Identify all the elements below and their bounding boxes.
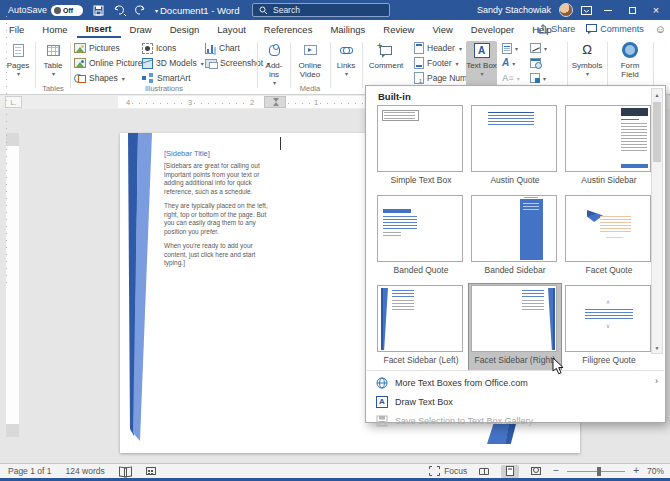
symbols-button[interactable]: Ω Symbols▾ [571, 41, 603, 79]
comment-icon [380, 46, 392, 55]
submenu-chevron-icon: › [655, 376, 658, 386]
word-count[interactable]: 124 words [65, 466, 104, 476]
footer-button[interactable]: Footer▾ [414, 56, 459, 70]
pages-button[interactable]: Pages▾ [4, 41, 32, 79]
tab-layout[interactable]: Layout [208, 20, 255, 38]
gallery-item-banded-quote[interactable]: Banded Quote [375, 194, 467, 280]
close-button[interactable]: × [648, 2, 664, 18]
online-pictures-button[interactable]: Online Pictures [74, 56, 147, 70]
addins-button[interactable]: Add-ins▾ [261, 41, 287, 88]
page-indicator[interactable]: Page 1 of 1 [8, 466, 51, 476]
gallery-item-label: Facet Quote [563, 265, 655, 275]
proofing-icon[interactable] [119, 467, 132, 476]
zoom-level[interactable]: 70% [647, 466, 664, 476]
gallery-item-facet-quote[interactable]: Facet Quote [563, 194, 655, 280]
header-button[interactable]: Header▾ [414, 41, 462, 55]
tab-design[interactable]: Design [161, 20, 209, 38]
autosave-state: Off [63, 7, 73, 14]
vertical-ruler-ticks [6, 16, 7, 288]
gallery-item-facet-sidebar-left[interactable]: Facet Sidebar (Left) [375, 284, 467, 370]
tab-view[interactable]: View [423, 20, 461, 38]
undo-icon[interactable] [113, 5, 126, 16]
ribbon-display-options-icon[interactable] [581, 6, 592, 15]
customize-qat-icon[interactable]: ▾ [155, 7, 158, 14]
tab-file[interactable]: File [0, 20, 33, 38]
pictures-button[interactable]: Pictures [74, 41, 120, 55]
smartart-button[interactable]: SmartArt [142, 71, 191, 85]
tab-review[interactable]: Review [374, 20, 423, 38]
user-name[interactable]: Sandy Stachowiak [477, 5, 551, 15]
comments-button[interactable]: Comments [586, 24, 644, 34]
tab-selector-button[interactable]: ∟ [5, 96, 22, 108]
minimize-button[interactable] [600, 2, 616, 18]
gallery-item-filigree-quote[interactable]: ∧ ∨ Filigree Quote [563, 284, 655, 370]
text-box-button[interactable]: A Text Box▾ [466, 41, 497, 89]
quick-parts-button[interactable]: ▾ [502, 41, 518, 55]
redo-icon[interactable] [135, 5, 146, 16]
tab-mailings[interactable]: Mailings [321, 20, 374, 38]
mouse-cursor [552, 357, 565, 376]
wordart-button[interactable]: A▾ [502, 56, 515, 70]
gallery-item-label: Facet Sidebar (Left) [375, 355, 467, 365]
tab-insert[interactable]: Insert [77, 20, 121, 38]
scroll-up-icon[interactable]: ▲ [652, 89, 662, 100]
signature-line-button[interactable]: ▾ [530, 41, 547, 55]
menu-draw-text-box[interactable]: A Draw Text Box [367, 392, 651, 411]
tab-references[interactable]: References [255, 20, 322, 38]
save-icon[interactable] [93, 5, 104, 16]
zoom-out-button[interactable]: − [553, 466, 559, 476]
read-mode-button[interactable] [475, 465, 493, 478]
addins-icon [269, 45, 280, 56]
thumbnail-preview [377, 195, 463, 262]
gallery-scrollbar[interactable]: ▲ ▼ [651, 88, 663, 354]
smartart-icon [142, 73, 154, 83]
object-button[interactable]: ▾ [530, 71, 546, 85]
share-button[interactable]: Share [538, 24, 575, 34]
zoom-slider[interactable] [567, 471, 625, 472]
menu-more-text-boxes[interactable]: More Text Boxes from Office.com [367, 373, 651, 392]
tables-group-label: Tables [37, 84, 69, 93]
comment-button[interactable]: Comment [366, 41, 406, 70]
page-number-icon [414, 72, 424, 84]
scrollbar-thumb[interactable] [653, 102, 661, 162]
sidebar-text-box[interactable]: [Sidebar Title] [Sidebars are great for … [164, 149, 268, 274]
indent-markers[interactable] [264, 96, 286, 108]
3d-models-button[interactable]: 3D Models▾ [142, 56, 204, 70]
drop-cap-button[interactable]: A≡▾ [502, 71, 520, 85]
separator [257, 42, 258, 88]
illustrations-group: Pictures Online Pictures Shapes▾ Icons 3… [72, 38, 256, 95]
gallery-item-facet-sidebar-right[interactable]: Facet Sidebar (Right) [469, 284, 561, 370]
menu-item-label: Save Selection to Text Box Gallery [395, 416, 533, 426]
gallery-item-austin-sidebar[interactable]: Austin Sidebar [563, 104, 655, 190]
search-input[interactable]: Search [252, 3, 390, 17]
tab-home[interactable]: Home [33, 20, 76, 38]
links-button[interactable]: Links▾ [334, 41, 358, 79]
gallery-item-austin-quote[interactable]: Austin Quote [469, 104, 561, 190]
date-time-button[interactable] [530, 56, 541, 70]
gallery-item-banded-sidebar[interactable]: Banded Sidebar [469, 194, 561, 280]
table-button[interactable]: Table▾ [39, 41, 67, 79]
form-field-button[interactable]: Form Field [611, 41, 649, 79]
user-avatar[interactable] [559, 3, 573, 17]
comment-label: Comment [369, 61, 404, 70]
comments-label: Comments [600, 24, 644, 34]
scroll-down-icon[interactable]: ▼ [652, 342, 662, 353]
focus-button[interactable]: Focus [429, 466, 467, 476]
zoom-in-button[interactable]: + [633, 466, 639, 476]
tab-draw[interactable]: Draw [121, 20, 161, 38]
print-layout-button[interactable] [501, 465, 519, 478]
web-layout-button[interactable] [527, 465, 545, 478]
zoom-slider-thumb[interactable] [597, 467, 601, 476]
maximize-button[interactable] [624, 2, 640, 18]
gallery-item-simple-text-box[interactable]: Simple Text Box [375, 104, 467, 190]
thumbnail-preview [377, 285, 463, 352]
online-video-button[interactable]: Online Video [294, 41, 326, 79]
tab-developer[interactable]: Developer [462, 20, 523, 38]
autosave-toggle[interactable]: Off [51, 5, 83, 16]
chart-button[interactable]: Chart [205, 41, 240, 55]
macro-icon[interactable] [146, 467, 156, 475]
shapes-button[interactable]: Shapes▾ [74, 71, 125, 85]
feedback-smiley-icon[interactable]: ☺ [655, 23, 666, 35]
ruler-number: 4 [126, 98, 130, 107]
icons-button[interactable]: Icons [142, 41, 176, 55]
